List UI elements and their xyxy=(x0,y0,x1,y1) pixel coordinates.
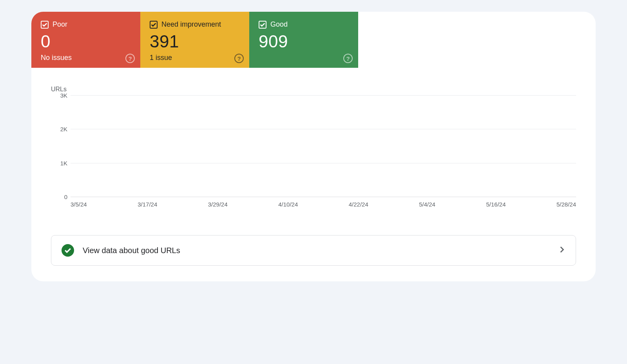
x-tick-label: 3/29/24 xyxy=(208,201,228,208)
check-circle-icon xyxy=(62,244,74,257)
tile-subtext: No issues xyxy=(41,54,131,62)
x-tick-label: 5/16/24 xyxy=(486,201,506,208)
tile-count: 0 xyxy=(41,32,131,51)
x-tick-label: 3/17/24 xyxy=(138,201,157,208)
report-card: Poor 0 No issues ? Need improvement 391 … xyxy=(31,12,596,281)
bars-container xyxy=(71,95,576,197)
summary-tiles: Poor 0 No issues ? Need improvement 391 … xyxy=(31,12,596,68)
x-tick-label: 3/5/24 xyxy=(71,201,87,208)
tile-label: Good xyxy=(270,20,288,29)
y-tick-label: 2K xyxy=(51,126,67,132)
y-tick-label: 3K xyxy=(51,92,67,99)
tile-label: Poor xyxy=(53,20,67,29)
checkbox-icon[interactable] xyxy=(259,21,266,29)
x-axis: 3/5/243/17/243/29/244/10/244/22/245/4/24… xyxy=(71,197,576,208)
chevron-right-icon xyxy=(558,246,565,255)
view-good-urls-row[interactable]: View data about good URLs xyxy=(51,235,576,266)
x-tick-label: 4/10/24 xyxy=(278,201,298,208)
chart-plot[interactable]: 01K2K3K xyxy=(71,95,576,197)
checkbox-icon[interactable] xyxy=(150,21,158,29)
checkbox-icon[interactable] xyxy=(41,21,49,29)
chart: URLs 01K2K3K 3/5/243/17/243/29/244/10/24… xyxy=(31,68,596,212)
y-axis-label: URLs xyxy=(51,86,576,93)
help-icon[interactable]: ? xyxy=(234,54,244,63)
tile-subtext: 1 issue xyxy=(150,54,240,62)
x-tick-label: 5/4/24 xyxy=(419,201,435,208)
help-icon[interactable]: ? xyxy=(343,54,353,63)
view-good-urls-label: View data about good URLs xyxy=(83,246,550,255)
tile-count: 391 xyxy=(150,32,240,51)
tile-poor[interactable]: Poor 0 No issues ? xyxy=(31,12,140,68)
help-icon[interactable]: ? xyxy=(125,54,135,63)
tile-subtext xyxy=(259,54,349,62)
y-tick-label: 0 xyxy=(51,194,67,200)
tile-good[interactable]: Good 909 ? xyxy=(249,12,358,68)
x-tick-label: 4/22/24 xyxy=(349,201,368,208)
x-tick-label: 5/28/24 xyxy=(556,201,576,208)
tile-label: Need improvement xyxy=(161,20,221,29)
y-tick-label: 1K xyxy=(51,159,67,166)
tile-count: 909 xyxy=(259,32,349,51)
tile-need-improvement[interactable]: Need improvement 391 1 issue ? xyxy=(140,12,249,68)
